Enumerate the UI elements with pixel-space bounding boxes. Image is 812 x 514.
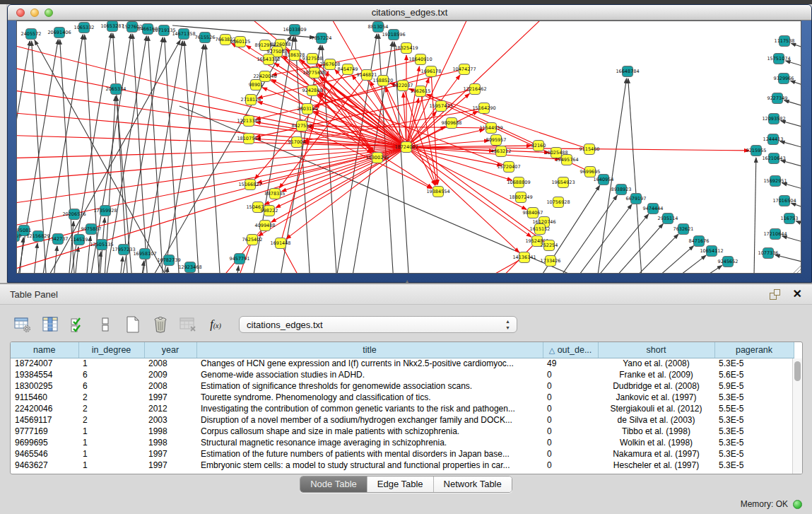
graph-node[interactable]: 2065334	[106, 84, 126, 95]
graph-node[interactable]: 19218596	[382, 30, 405, 40]
table-selector-dropdown[interactable]: citations_edges.txt ▲▼	[239, 316, 517, 333]
delete-column-icon[interactable]	[151, 315, 170, 334]
graph-node[interactable]: 1342737	[48, 234, 69, 245]
graph-node[interactable]: 7857224	[312, 33, 332, 44]
graph-node[interactable]: 4099488	[255, 221, 276, 231]
graph-node[interactable]: 9242848	[302, 86, 323, 96]
graph-node[interactable]: 17016504	[772, 196, 796, 206]
minimize-button[interactable]	[30, 8, 39, 17]
graph-node[interactable]: 20691406	[47, 28, 71, 38]
graph-node[interactable]: 33159	[17, 231, 21, 242]
column-header-name[interactable]: name	[11, 342, 78, 358]
window-titlebar[interactable]: citations_edges.txt	[8, 5, 811, 21]
graph-node[interactable]: 9884067	[523, 208, 543, 218]
splitter-handle-icon[interactable]: ▴	[403, 279, 411, 284]
graph-node[interactable]: 16648784	[616, 66, 639, 77]
graph-node[interactable]: 11544939	[479, 123, 502, 134]
graph-node[interactable]: 9329966	[774, 74, 794, 84]
close-panel-icon[interactable]: ✕	[793, 287, 802, 301]
graph-node[interactable]: 16033809	[283, 25, 306, 35]
graph-node[interactable]: 9699695	[580, 167, 601, 177]
column-visibility-icon[interactable]	[40, 315, 60, 334]
graph-node[interactable]: 1077336	[758, 248, 779, 259]
graph-node[interactable]: 98901	[249, 80, 264, 90]
graph-node[interactable]: 15692951	[763, 176, 787, 187]
graph-node[interactable]: 15720407	[497, 162, 520, 173]
graph-node[interactable]: 8938923	[611, 185, 632, 195]
column-header-year[interactable]: year	[144, 342, 196, 358]
column-header-out_de[interactable]: △ out_de...	[543, 342, 598, 358]
graph-node[interactable]: 10756928	[546, 197, 570, 208]
graph-node[interactable]: 1117538	[775, 36, 795, 47]
graph-node[interactable]: 8471676	[689, 236, 710, 247]
graph-node[interactable]: 18807249	[509, 192, 532, 203]
graph-node[interactable]: 7615526	[195, 33, 216, 43]
table-row[interactable]: 969969511998Structural magnetic resonanc…	[11, 437, 794, 448]
graph-node[interactable]: 10653287	[100, 21, 124, 32]
tab-network-table[interactable]: Network Table	[434, 477, 512, 492]
graph-node[interactable]: 8095957	[486, 135, 507, 146]
delete-table-icon[interactable]	[178, 315, 198, 334]
graph-node[interactable]: 10474277	[452, 64, 476, 75]
graph-node[interactable]: 14671358	[172, 29, 195, 40]
column-header-title[interactable]: title	[196, 342, 543, 358]
graph-node[interactable]: 19654923	[551, 177, 575, 188]
graph-node[interactable]: 19384554	[426, 187, 449, 197]
new-column-icon[interactable]	[123, 315, 143, 334]
graph-node[interactable]: 10654112	[700, 246, 723, 257]
graph-node[interactable]: 17359928	[93, 206, 117, 216]
table-row[interactable]: 977716911998Corpus callosum shape and si…	[11, 426, 794, 437]
graph-node[interactable]: 1640954	[594, 175, 614, 185]
graph-node[interactable]: 9245652	[718, 257, 739, 267]
graph-node[interactable]: 9227349	[767, 93, 788, 104]
graph-node[interactable]: 16210643	[762, 153, 785, 164]
tab-edge-table[interactable]: Edge Table	[367, 477, 434, 492]
graph-node[interactable]: 19495764	[555, 155, 578, 165]
table-row[interactable]: 911546021997Tourette syndrome. Phenomeno…	[11, 392, 794, 403]
function-builder-icon[interactable]: f(x)	[206, 315, 225, 334]
graph-node[interactable]: 15166827	[238, 180, 261, 190]
graph-node[interactable]: 18325419	[394, 43, 418, 54]
graph-node[interactable]: 1691448	[271, 238, 291, 249]
table-options-icon[interactable]	[13, 315, 33, 334]
graph-node[interactable]: 9860125	[230, 37, 251, 47]
graph-node[interactable]: 18775685	[302, 68, 326, 78]
table-scrollbar[interactable]	[792, 358, 802, 474]
network-canvas[interactable]: 2405572206914061065332106532871527602846…	[16, 21, 801, 274]
table-row[interactable]: 1830029562008Estimation of significance …	[11, 380, 794, 392]
column-header-short[interactable]: short	[598, 342, 714, 358]
table-row[interactable]: 946554611997Estimation of the future num…	[11, 448, 794, 460]
graph-node[interactable]: 12093582	[762, 114, 785, 124]
graph-node[interactable]: 18640910	[408, 54, 432, 65]
graph-node[interactable]: 9474444	[643, 204, 664, 214]
graph-node[interactable]: 9115460	[579, 144, 600, 155]
graph-node[interactable]: 2718126	[241, 95, 261, 105]
graph-node[interactable]: 252254	[541, 240, 558, 251]
graph-node[interactable]: 20206576	[62, 209, 86, 220]
graph-node[interactable]: 15751074	[767, 54, 790, 64]
table-scrollbar-thumb[interactable]	[794, 361, 801, 381]
graph-node[interactable]: 7632621	[673, 224, 694, 235]
table-row[interactable]: 1872400712008Changes of HCN gene express…	[11, 358, 794, 369]
graph-node[interactable]: 9457791	[230, 254, 250, 264]
graph-node[interactable]: 2935114	[658, 214, 678, 224]
graph-node[interactable]: 8813054	[368, 22, 389, 33]
graph-node[interactable]: 7625402	[242, 235, 263, 245]
graph-node[interactable]: 8454749	[338, 64, 358, 75]
graph-node[interactable]: 998222	[261, 206, 278, 216]
graph-node[interactable]: 2405572	[21, 29, 42, 40]
graph-node[interactable]: 1615152	[530, 224, 551, 235]
graph-node[interactable]: 8215955	[746, 146, 767, 156]
graph-node[interactable]: 114519	[71, 235, 88, 245]
resize-grip-icon[interactable]	[793, 264, 801, 274]
float-panel-icon[interactable]	[769, 288, 781, 300]
graph-node[interactable]: 1733426	[541, 256, 561, 267]
graph-node[interactable]: 1696178	[421, 66, 442, 77]
graph-node[interactable]: 116753	[781, 214, 799, 224]
graph-node[interactable]: 15957433	[429, 101, 452, 112]
zoom-button[interactable]	[45, 8, 53, 17]
graph-node[interactable]: 13216462	[463, 84, 486, 95]
graph-node[interactable]: 17210644	[763, 229, 787, 240]
table-row[interactable]: 1938455462009Genome-wide association stu…	[11, 369, 794, 380]
deselect-all-rows-icon[interactable]	[95, 315, 115, 334]
